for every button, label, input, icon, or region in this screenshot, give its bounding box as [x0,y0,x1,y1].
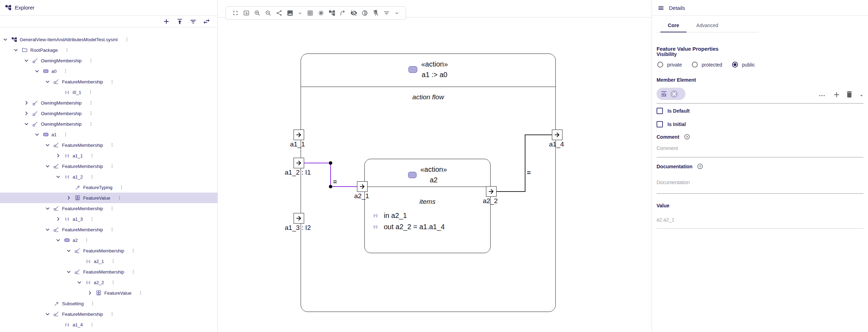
radio-public[interactable]: public [731,61,755,68]
chevron-down-icon[interactable] [77,280,85,285]
port-a2_1[interactable] [357,181,368,192]
more-actions-icon[interactable] [124,37,129,42]
more-actions-icon[interactable] [90,174,94,179]
tree-item-OwningMembership[interactable]: OwningMembership [0,98,217,108]
comment-input[interactable]: Comment [657,145,678,151]
tree-item-FeatureTyping[interactable]: FeatureTyping [0,182,217,193]
tree-item-FeatureMembership[interactable]: FeatureMembership [0,203,217,214]
port-a1_1[interactable] [294,130,304,140]
chevron-down-icon[interactable] [56,237,63,243]
add-icon[interactable] [162,17,170,25]
export-image-icon[interactable] [287,10,294,17]
chevron-down-icon[interactable] [45,206,53,211]
remove-member-icon[interactable] [670,90,678,98]
chevron-right-icon[interactable] [24,100,32,106]
synchronize-icon[interactable] [202,17,210,25]
chevron-down-icon[interactable] [45,142,53,148]
a2-item-1[interactable]: in a2_1 [373,212,407,220]
expand-toolbar-icon[interactable] [394,10,400,16]
share-icon[interactable] [276,10,283,17]
tab-core[interactable]: Core [657,18,690,32]
zoom-in-icon[interactable] [254,10,261,17]
chevron-down-icon[interactable] [35,132,42,137]
tab-advanced[interactable]: Advanced [690,18,724,32]
hide-elements-icon[interactable] [350,10,357,17]
tree-item-a1_2[interactable]: a1_2 [0,171,217,182]
menu-icon[interactable] [657,4,665,12]
more-actions-icon[interactable] [110,143,115,148]
tree-item-a1_3[interactable]: a1_3 [0,214,217,224]
port-a2_2[interactable] [486,186,497,197]
chevron-down-icon[interactable] [13,47,21,53]
chevron-right-icon[interactable] [56,153,63,158]
tree-item-i0_1[interactable]: i0_1 [0,87,217,98]
is-initial-checkbox[interactable] [657,121,663,127]
member-dropdown-icon[interactable] [858,93,864,99]
tree-item-FeatureMembership[interactable]: FeatureMembership [0,245,217,256]
help-icon[interactable]: ? [684,133,690,140]
more-actions-icon[interactable] [110,164,115,169]
zoom-out-icon[interactable] [265,10,272,17]
tree-item-FeatureMembership[interactable]: FeatureMembership [0,76,217,87]
tree-item-a2_2[interactable]: a2_2 [0,277,217,288]
is-default-checkbox[interactable] [657,108,663,114]
add-member-icon[interactable] [832,90,841,99]
chevron-right-icon[interactable] [87,290,95,296]
edge-equal-label[interactable]: = [527,169,531,177]
arrange-all-icon[interactable] [328,10,335,17]
port-a1_2[interactable] [294,158,304,168]
fullscreen-icon[interactable] [232,10,239,17]
tree-item-FeatureMembership[interactable]: FeatureMembership [0,140,217,150]
edge-equal-label[interactable]: = [333,178,337,186]
tree-item-OwningMembership[interactable]: OwningMembership [0,55,217,66]
filter-elements-icon[interactable] [383,10,390,17]
member-element-chip[interactable]: x y [657,88,685,100]
unpin-elements-icon[interactable] [372,10,379,17]
tree-item-FeatureMembership[interactable]: FeatureMembership [0,224,217,235]
documentation-input[interactable]: Documentation [657,180,690,185]
more-options-icon[interactable] [818,92,826,99]
more-actions-icon[interactable] [110,312,115,317]
more-actions-icon[interactable] [90,322,94,327]
tree-item-RootPackage[interactable]: RootPackage [0,45,217,55]
action-node-a2[interactable]: «action» a2 items in a2_1out a2_2 = a1.a… [364,159,491,253]
port-a1_3[interactable] [294,213,304,224]
more-actions-icon[interactable] [117,195,122,200]
chevron-right-icon[interactable] [24,111,32,116]
chevron-down-icon[interactable] [45,163,53,169]
tree-item-FeatureMembership[interactable]: FeatureMembership [0,161,217,171]
more-actions-icon[interactable] [111,280,116,285]
chevron-down-icon[interactable] [45,227,53,232]
more-actions-icon[interactable] [110,227,115,232]
more-actions-icon[interactable] [110,79,115,84]
fit-to-screen-icon[interactable] [243,10,250,17]
tree-item-a2[interactable]: a2 [0,235,217,245]
more-actions-icon[interactable] [63,132,68,137]
grid-icon[interactable] [307,10,314,17]
tree-item-a1_1[interactable]: a1_1 [0,150,217,161]
upload-model-icon[interactable] [176,17,184,25]
more-actions-icon[interactable] [88,100,93,105]
more-actions-icon[interactable] [64,48,69,52]
chevron-down-icon[interactable] [24,121,32,127]
snap-to-grid-icon[interactable] [318,10,325,17]
more-actions-icon[interactable] [88,58,93,63]
more-actions-icon[interactable] [90,217,94,221]
chevron-down-icon[interactable] [56,174,63,180]
more-actions-icon[interactable] [84,238,89,243]
more-actions-icon[interactable] [110,206,115,211]
tree-item-FeatureValue[interactable]: FeatureValue [0,288,217,298]
help-icon[interactable]: ? [697,163,703,170]
a2-item-2[interactable]: out a2_2 = a1.a1_4 [373,223,445,231]
more-actions-icon[interactable] [131,248,136,253]
more-actions-icon[interactable] [88,90,93,95]
tree-item-a0[interactable]: a0 [0,66,217,76]
delete-icon[interactable] [845,90,854,99]
more-actions-icon[interactable] [131,269,136,274]
tree-item-a2_1[interactable]: a2_1 [0,256,217,267]
chevron-right-icon[interactable] [66,195,74,201]
tree-item-GeneralView-ItemAndAttributesModelTest.sysml[interactable]: GeneralView-ItemAndAttributesModelTest.s… [0,34,217,45]
reconnect-arrow-icon[interactable] [339,10,346,17]
chevron-down-icon[interactable] [35,68,42,74]
radio-private[interactable]: private [657,61,682,68]
